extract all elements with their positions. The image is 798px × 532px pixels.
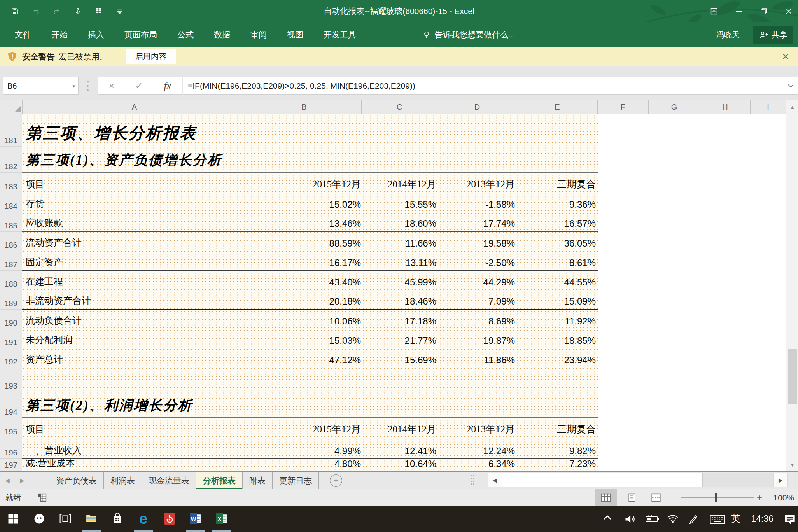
row-header-187[interactable]: 187 — [0, 251, 22, 271]
cell-B195[interactable]: 2015年12月 — [249, 423, 361, 436]
sheet-cells-area[interactable]: 第三项、增长分析报表第三项(1)、资产负债增长分析项目2015年12月2014年… — [22, 114, 786, 471]
cell-E186[interactable]: 36.05% — [519, 238, 596, 249]
cell-A181[interactable]: 第三项、增长分析报表 — [26, 122, 197, 144]
column-header-C[interactable]: C — [362, 100, 438, 114]
customize-qat-icon[interactable] — [116, 7, 124, 15]
share-button[interactable]: 共享 — [753, 26, 793, 44]
cell-B189[interactable]: 20.18% — [249, 296, 361, 307]
security-bar-close-icon[interactable]: ✕ — [782, 47, 789, 66]
column-header-G[interactable]: G — [649, 100, 700, 114]
cell-A187[interactable]: 固定资产 — [26, 256, 63, 268]
cell-D192[interactable]: 11.86% — [439, 355, 515, 366]
ribbon-display-options-icon[interactable] — [710, 7, 718, 15]
workbook-icon[interactable] — [95, 7, 103, 15]
horizontal-scrollbar[interactable]: ◀ ▶ — [488, 473, 788, 487]
formula-bar-splitter[interactable] — [87, 81, 89, 91]
row-header-185[interactable]: 185 — [0, 212, 22, 232]
cell-C192[interactable]: 15.69% — [364, 355, 436, 366]
vertical-scrollbar-thumb[interactable] — [788, 349, 797, 404]
keyboard-icon[interactable] — [710, 514, 721, 523]
cell-A184[interactable]: 存货 — [26, 198, 44, 210]
hscroll-right-icon[interactable]: ▶ — [774, 473, 788, 487]
cell-A190[interactable]: 流动负债合计 — [26, 314, 82, 327]
cell-D189[interactable]: 7.09% — [439, 296, 515, 307]
name-box-caret-icon[interactable]: ▾ — [72, 83, 75, 89]
column-header-H[interactable]: H — [700, 100, 751, 114]
row-header-184[interactable]: 184 — [0, 193, 22, 212]
sheet-nav-right-icon[interactable]: ▶ — [15, 472, 30, 489]
save-icon[interactable] — [11, 7, 19, 15]
sheet-tab-2[interactable]: 利润表 — [104, 472, 142, 489]
cell-C187[interactable]: 13.11% — [364, 257, 436, 268]
taskbar-app-file-explorer[interactable] — [78, 506, 104, 532]
cell-B191[interactable]: 15.03% — [249, 335, 361, 346]
sheet-tab-3[interactable]: 现金流量表 — [142, 472, 196, 489]
cell-D185[interactable]: 17.74% — [439, 218, 515, 229]
column-header-B[interactable]: B — [247, 100, 362, 114]
cell-D191[interactable]: 19.87% — [439, 335, 515, 346]
cell-A183[interactable]: 项目 — [26, 178, 44, 191]
battery-icon[interactable] — [646, 514, 656, 523]
cell-A194[interactable]: 第三项(2)、利润增长分析 — [26, 396, 193, 415]
cell-C189[interactable]: 18.46% — [364, 296, 436, 307]
hscroll-left-icon[interactable]: ◀ — [488, 473, 502, 487]
user-name[interactable]: 冯晓天 — [716, 30, 740, 40]
ribbon-tab-8[interactable]: 视图 — [287, 22, 303, 47]
cell-C196[interactable]: 12.41% — [364, 446, 436, 457]
sheet-nav-left-icon[interactable]: ◀ — [0, 472, 15, 489]
view-page-break-button[interactable] — [645, 489, 667, 506]
taskbar-app-store[interactable] — [104, 506, 130, 532]
cell-B183[interactable]: 2015年12月 — [249, 178, 361, 191]
sheet-tab-5[interactable]: 附表 — [243, 472, 273, 489]
row-header-181[interactable]: 181 — [0, 115, 22, 147]
ribbon-tab-4[interactable]: 页面布局 — [124, 22, 157, 47]
taskbar-app-edge[interactable]: e — [130, 506, 156, 532]
cell-E197[interactable]: 7.23% — [519, 458, 596, 469]
insert-function-icon[interactable]: fx — [164, 80, 171, 92]
row-header-191[interactable]: 191 — [0, 329, 22, 348]
cell-B184[interactable]: 15.02% — [249, 199, 361, 210]
cell-C191[interactable]: 21.77% — [364, 335, 436, 346]
minimize-icon[interactable] — [735, 7, 743, 15]
cell-C190[interactable]: 17.18% — [364, 316, 436, 327]
cell-B196[interactable]: 4.99% — [249, 446, 361, 457]
row-header-182[interactable]: 182 — [0, 147, 22, 173]
select-all-corner[interactable] — [0, 100, 23, 114]
view-page-layout-button[interactable] — [621, 489, 643, 506]
taskbar-app-word[interactable]: W — [182, 506, 208, 532]
cell-B188[interactable]: 43.40% — [249, 277, 361, 288]
cell-A197[interactable]: 减:营业成本 — [26, 457, 75, 469]
cell-D190[interactable]: 8.69% — [439, 316, 515, 327]
record-macro-icon[interactable] — [37, 493, 47, 503]
cell-C183[interactable]: 2014年12月 — [364, 178, 436, 191]
tab-scroll-splitter[interactable] — [471, 475, 474, 486]
cell-A192[interactable]: 资产总计 — [26, 353, 63, 366]
touch-mode-icon[interactable] — [74, 7, 82, 15]
taskbar-app-cortana[interactable] — [26, 506, 52, 532]
ribbon-tab-1[interactable]: 文件 — [15, 22, 31, 47]
ribbon-tab-5[interactable]: 公式 — [177, 22, 194, 47]
cell-E183[interactable]: 三期复合 — [519, 178, 596, 191]
cell-D196[interactable]: 12.24% — [439, 446, 515, 457]
row-header-183[interactable]: 183 — [0, 173, 22, 193]
undo-icon[interactable] — [32, 7, 40, 15]
column-header-E[interactable]: E — [517, 100, 598, 114]
cell-A189[interactable]: 非流动资产合计 — [26, 294, 91, 307]
enter-icon[interactable]: ✓ — [135, 81, 143, 91]
cell-E192[interactable]: 23.94% — [519, 355, 596, 366]
chevron-up-icon[interactable] — [603, 514, 614, 523]
ime-indicator[interactable]: 英 — [731, 513, 740, 525]
cell-A188[interactable]: 在建工程 — [26, 275, 63, 288]
sheet-tab-1[interactable]: 资产负债表 — [49, 472, 104, 489]
taskbar-app-start[interactable] — [0, 506, 26, 532]
ribbon-tab-9[interactable]: 开发工具 — [324, 22, 356, 47]
formula-input[interactable]: =IF(MIN(E196,E203,E209)>0.25, 0.25, MIN(… — [183, 77, 798, 95]
cell-B185[interactable]: 13.46% — [249, 218, 361, 229]
action-center-icon[interactable] — [784, 514, 795, 523]
redo-icon[interactable] — [53, 7, 61, 15]
cell-D197[interactable]: 6.34% — [439, 458, 515, 469]
view-normal-button[interactable] — [595, 489, 617, 506]
row-header-186[interactable]: 186 — [0, 232, 22, 251]
pen-icon[interactable] — [688, 514, 699, 523]
column-header-I[interactable]: I — [751, 100, 786, 114]
